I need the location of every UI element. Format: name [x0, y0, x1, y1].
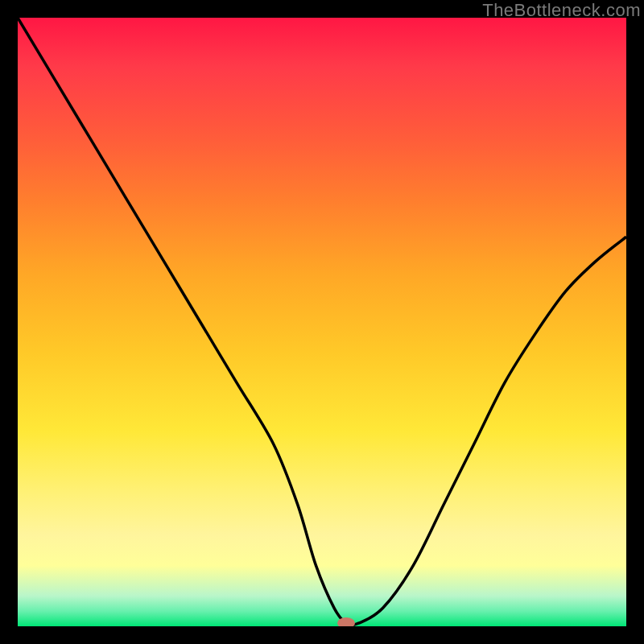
curve-line: [18, 18, 626, 626]
watermark-text: TheBottleneck.com: [482, 0, 641, 21]
chart-frame: [18, 18, 626, 626]
plot-area: [18, 18, 626, 626]
minimum-marker: [337, 617, 355, 626]
